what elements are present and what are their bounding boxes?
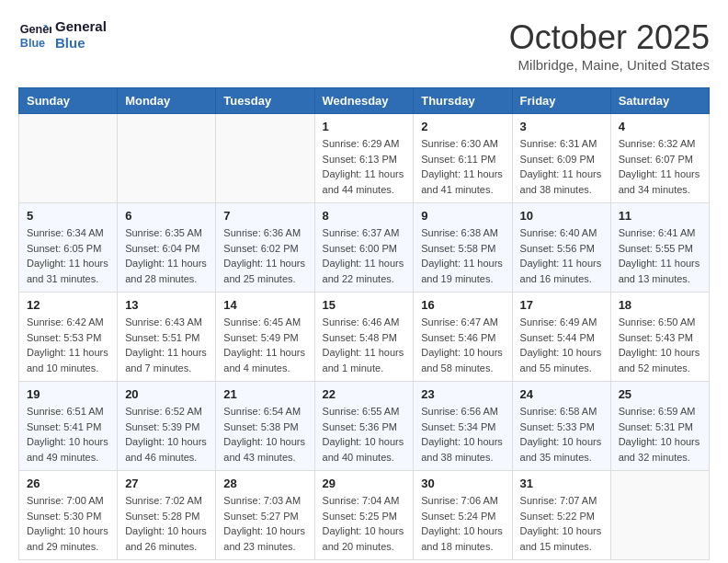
svg-text:Blue: Blue bbox=[20, 37, 45, 50]
calendar-cell: 23Sunrise: 6:56 AMSunset: 5:34 PMDayligh… bbox=[414, 382, 512, 471]
day-number: 3 bbox=[520, 120, 603, 133]
calendar-cell: 8Sunrise: 6:37 AMSunset: 6:00 PMDaylight… bbox=[314, 203, 414, 293]
day-number: 18 bbox=[619, 298, 701, 312]
day-number: 8 bbox=[323, 209, 406, 223]
day-number: 25 bbox=[619, 387, 701, 401]
calendar-cell: 5Sunrise: 6:34 AMSunset: 6:05 PMDaylight… bbox=[19, 203, 118, 293]
day-number: 14 bbox=[223, 298, 306, 312]
page-header: General Blue General Blue October 2025 M… bbox=[18, 18, 710, 73]
day-number: 27 bbox=[125, 477, 208, 490]
day-info: Sunrise: 7:03 AMSunset: 5:27 PMDaylight:… bbox=[223, 493, 306, 554]
day-number: 23 bbox=[421, 387, 504, 401]
day-info: Sunrise: 6:54 AMSunset: 5:38 PMDaylight:… bbox=[223, 404, 306, 465]
day-number: 11 bbox=[619, 209, 701, 223]
weekday-header-monday: Monday bbox=[118, 88, 216, 114]
calendar-cell: 11Sunrise: 6:41 AMSunset: 5:55 PMDayligh… bbox=[610, 203, 709, 293]
day-number: 10 bbox=[520, 209, 603, 223]
logo: General Blue General Blue bbox=[18, 18, 107, 52]
weekday-header-wednesday: Wednesday bbox=[314, 88, 414, 114]
day-info: Sunrise: 7:02 AMSunset: 5:28 PMDaylight:… bbox=[125, 493, 208, 554]
day-info: Sunrise: 6:41 AMSunset: 5:55 PMDaylight:… bbox=[619, 225, 701, 286]
calendar-cell: 28Sunrise: 7:03 AMSunset: 5:27 PMDayligh… bbox=[216, 471, 314, 560]
calendar-cell bbox=[19, 114, 118, 203]
logo-line2: Blue bbox=[55, 35, 107, 52]
day-info: Sunrise: 6:31 AMSunset: 6:09 PMDaylight:… bbox=[520, 136, 603, 197]
svg-text:General: General bbox=[20, 23, 51, 36]
day-number: 24 bbox=[520, 387, 603, 401]
day-info: Sunrise: 6:32 AMSunset: 6:07 PMDaylight:… bbox=[619, 136, 701, 197]
day-number: 19 bbox=[27, 387, 109, 401]
day-info: Sunrise: 6:29 AMSunset: 6:13 PMDaylight:… bbox=[323, 136, 406, 197]
day-number: 6 bbox=[125, 209, 208, 223]
title-block: October 2025 Milbridge, Maine, United St… bbox=[509, 18, 710, 73]
day-info: Sunrise: 6:37 AMSunset: 6:00 PMDaylight:… bbox=[323, 225, 406, 286]
day-info: Sunrise: 6:49 AMSunset: 5:44 PMDaylight:… bbox=[520, 315, 603, 375]
day-number: 21 bbox=[223, 387, 306, 401]
calendar-cell: 19Sunrise: 6:51 AMSunset: 5:41 PMDayligh… bbox=[19, 382, 118, 471]
day-number: 28 bbox=[223, 477, 306, 490]
calendar-week-row: 5Sunrise: 6:34 AMSunset: 6:05 PMDaylight… bbox=[19, 203, 710, 293]
day-info: Sunrise: 6:30 AMSunset: 6:11 PMDaylight:… bbox=[421, 136, 504, 197]
day-info: Sunrise: 6:38 AMSunset: 5:58 PMDaylight:… bbox=[421, 225, 504, 286]
calendar-cell: 30Sunrise: 7:06 AMSunset: 5:24 PMDayligh… bbox=[414, 471, 512, 560]
day-number: 7 bbox=[223, 209, 306, 223]
calendar-cell bbox=[216, 114, 314, 203]
day-info: Sunrise: 6:55 AMSunset: 5:36 PMDaylight:… bbox=[323, 404, 406, 465]
day-info: Sunrise: 6:59 AMSunset: 5:31 PMDaylight:… bbox=[619, 404, 701, 465]
day-number: 4 bbox=[619, 120, 701, 133]
weekday-header-saturday: Saturday bbox=[610, 88, 709, 114]
weekday-header-thursday: Thursday bbox=[414, 88, 512, 114]
day-number: 2 bbox=[421, 120, 504, 133]
day-number: 9 bbox=[421, 209, 504, 223]
month-title: October 2025 bbox=[509, 18, 710, 57]
calendar-cell: 3Sunrise: 6:31 AMSunset: 6:09 PMDaylight… bbox=[512, 114, 610, 203]
day-number: 13 bbox=[125, 298, 208, 312]
calendar-cell: 16Sunrise: 6:47 AMSunset: 5:46 PMDayligh… bbox=[414, 293, 512, 382]
day-number: 29 bbox=[323, 477, 406, 490]
day-info: Sunrise: 7:07 AMSunset: 5:22 PMDaylight:… bbox=[520, 493, 603, 554]
calendar-cell bbox=[118, 114, 216, 203]
calendar-cell bbox=[610, 471, 709, 560]
day-number: 26 bbox=[27, 477, 109, 490]
calendar-cell: 6Sunrise: 6:35 AMSunset: 6:04 PMDaylight… bbox=[118, 203, 216, 293]
day-info: Sunrise: 6:56 AMSunset: 5:34 PMDaylight:… bbox=[421, 404, 504, 465]
day-info: Sunrise: 6:40 AMSunset: 5:56 PMDaylight:… bbox=[520, 225, 603, 286]
calendar-cell: 1Sunrise: 6:29 AMSunset: 6:13 PMDaylight… bbox=[314, 114, 414, 203]
day-number: 1 bbox=[323, 120, 406, 133]
calendar-cell: 18Sunrise: 6:50 AMSunset: 5:43 PMDayligh… bbox=[610, 293, 709, 382]
day-info: Sunrise: 6:45 AMSunset: 5:49 PMDaylight:… bbox=[223, 315, 306, 375]
day-number: 17 bbox=[520, 298, 603, 312]
calendar-cell: 17Sunrise: 6:49 AMSunset: 5:44 PMDayligh… bbox=[512, 293, 610, 382]
calendar-cell: 7Sunrise: 6:36 AMSunset: 6:02 PMDaylight… bbox=[216, 203, 314, 293]
calendar-cell: 20Sunrise: 6:52 AMSunset: 5:39 PMDayligh… bbox=[118, 382, 216, 471]
weekday-header-tuesday: Tuesday bbox=[216, 88, 314, 114]
weekday-header-sunday: Sunday bbox=[19, 88, 118, 114]
calendar-cell: 10Sunrise: 6:40 AMSunset: 5:56 PMDayligh… bbox=[512, 203, 610, 293]
day-number: 15 bbox=[323, 298, 406, 312]
day-number: 30 bbox=[421, 477, 504, 490]
calendar-cell: 31Sunrise: 7:07 AMSunset: 5:22 PMDayligh… bbox=[512, 471, 610, 560]
calendar-week-row: 12Sunrise: 6:42 AMSunset: 5:53 PMDayligh… bbox=[19, 293, 710, 382]
day-info: Sunrise: 7:00 AMSunset: 5:30 PMDaylight:… bbox=[27, 493, 109, 554]
logo-line1: General bbox=[55, 18, 107, 35]
calendar-week-row: 19Sunrise: 6:51 AMSunset: 5:41 PMDayligh… bbox=[19, 382, 710, 471]
logo-icon: General Blue bbox=[18, 18, 51, 52]
day-info: Sunrise: 6:35 AMSunset: 6:04 PMDaylight:… bbox=[125, 225, 208, 286]
location: Milbridge, Maine, United States bbox=[509, 57, 710, 73]
day-number: 22 bbox=[323, 387, 406, 401]
day-info: Sunrise: 6:50 AMSunset: 5:43 PMDaylight:… bbox=[619, 315, 701, 375]
calendar-week-row: 1Sunrise: 6:29 AMSunset: 6:13 PMDaylight… bbox=[19, 114, 710, 203]
day-info: Sunrise: 6:51 AMSunset: 5:41 PMDaylight:… bbox=[27, 404, 109, 465]
calendar-cell: 24Sunrise: 6:58 AMSunset: 5:33 PMDayligh… bbox=[512, 382, 610, 471]
calendar-cell: 13Sunrise: 6:43 AMSunset: 5:51 PMDayligh… bbox=[118, 293, 216, 382]
day-info: Sunrise: 6:34 AMSunset: 6:05 PMDaylight:… bbox=[27, 225, 109, 286]
calendar-table: SundayMondayTuesdayWednesdayThursdayFrid… bbox=[18, 87, 710, 560]
weekday-header-friday: Friday bbox=[512, 88, 610, 114]
day-number: 16 bbox=[421, 298, 504, 312]
day-number: 31 bbox=[520, 477, 603, 490]
calendar-cell: 21Sunrise: 6:54 AMSunset: 5:38 PMDayligh… bbox=[216, 382, 314, 471]
calendar-cell: 29Sunrise: 7:04 AMSunset: 5:25 PMDayligh… bbox=[314, 471, 414, 560]
calendar-cell: 25Sunrise: 6:59 AMSunset: 5:31 PMDayligh… bbox=[610, 382, 709, 471]
day-info: Sunrise: 6:42 AMSunset: 5:53 PMDaylight:… bbox=[27, 315, 109, 375]
day-info: Sunrise: 6:52 AMSunset: 5:39 PMDaylight:… bbox=[125, 404, 208, 465]
